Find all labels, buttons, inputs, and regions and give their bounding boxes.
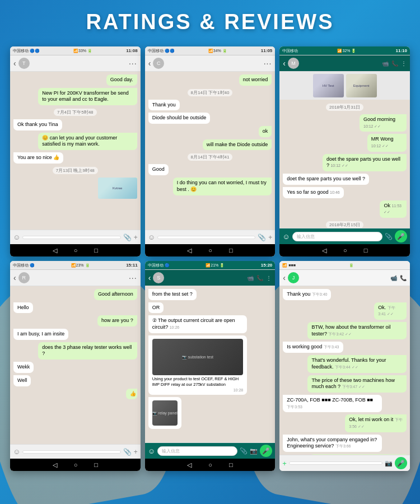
chat-body-2: not worried 8月14日 下午1时40 Thank you Diode… [145, 72, 276, 230]
chat-header-3: ‹ M 📹 📞 ⋮ [279, 55, 410, 72]
chat-input-2[interactable]: ☺ 📎 + [145, 230, 276, 244]
status-bar-3: 中国移动 📶32% 🔋 11:10 [279, 46, 410, 55]
nav-bar-1: ◁ ○ □ [10, 244, 141, 256]
chat-header-5: ‹ S 📹 📞 ⋮ [145, 270, 276, 286]
status-bar-4: 中国移动 🔵 📶23% 🔋 15:11 [10, 261, 141, 270]
status-bar-5: 中国移动 🔵 📶21% 🔋 15:20 [145, 261, 276, 270]
phone-screen-2: 中国移动 🔵🔵 📶34% 🔋 11:05 ‹ C ··· not worried… [145, 46, 276, 256]
chat-input-6[interactable]: + 📷 🎤 [279, 455, 410, 471]
phone-screen-1: 中国移动 🔵🔵 📶33% 🔋 11:08 ‹ T ··· Good day. N… [10, 46, 141, 256]
phone-screen-5: 中国移动 🔵 📶21% 🔋 15:20 ‹ S 📹 📞 ⋮ from the t… [145, 261, 276, 471]
chat-input-1[interactable]: ☺ 📎 + [10, 230, 141, 244]
chat-header-2: ‹ C ··· [145, 55, 276, 72]
nav-bar-5: ◁ ○ □ [145, 459, 276, 471]
status-bar-1: 中国移动 🔵🔵 📶33% 🔋 11:08 [10, 46, 141, 55]
nav-bar-4: ◁ ○ □ [10, 459, 141, 471]
status-bar-6: 📶 ■■■ 🔋 [279, 261, 410, 270]
phone-screen-6: 📶 ■■■ 🔋 ‹ J 📹 📞 Thank you 下午3:40 Ok. 下午3… [279, 261, 410, 471]
page-title: RATINGS & REVIEWS [0, 0, 420, 40]
chat-body-4: Good afternoon Hello how are you ? I am … [10, 286, 141, 444]
phone-screen-3: 中国移动 📶32% 🔋 11:10 ‹ M 📹 📞 ⋮ HV Test Equi… [279, 46, 410, 256]
chat-header-1: ‹ T ··· [10, 55, 141, 72]
chat-input-3[interactable]: ☺ 输入信息 📎 🎤 [279, 228, 410, 244]
status-bar-2: 中国移动 🔵🔵 📶34% 🔋 11:05 [145, 46, 276, 55]
chat-input-4[interactable]: ☺ 📎 + [10, 444, 141, 459]
chat-body-6: Thank you 下午3:40 Ok. 下午3:41 ✓✓ BTW, how … [279, 286, 410, 455]
chat-input-5[interactable]: ☺ 输入信息 📎 📷 🎤 [145, 442, 276, 459]
chat-body-5: from the test set ? OR ② The output curr… [145, 286, 276, 442]
screenshots-grid: 中国移动 🔵🔵 📶33% 🔋 11:08 ‹ T ··· Good day. N… [0, 42, 420, 479]
phone-screen-4: 中国移动 🔵 📶23% 🔋 15:11 ‹ R ··· Good afterno… [10, 261, 141, 471]
chat-header-4: ‹ R ··· [10, 270, 141, 286]
chat-body-1: Good day. New PI for 200KV transformer b… [10, 72, 141, 230]
chat-body-3: 2018年1月31日 Good morning 10:12 ✓✓ MR Wong… [279, 100, 410, 228]
chat-header-6: ‹ J 📹 📞 [279, 270, 410, 286]
nav-bar-2: ◁ ○ □ [145, 244, 276, 256]
nav-bar-3: ◁ ○ □ [279, 244, 410, 256]
